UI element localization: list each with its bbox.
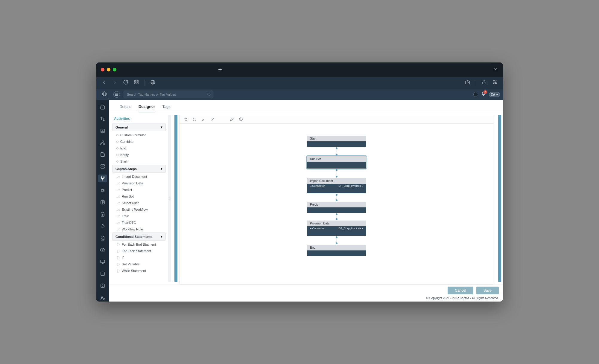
nav-bot[interactable] [98, 186, 107, 194]
notifications-button[interactable]: 2 [481, 91, 486, 97]
svg-line-53 [212, 118, 214, 120]
tab-details[interactable]: Details [119, 104, 131, 112]
activity-train[interactable]: ⎇Train [112, 213, 166, 219]
nav-user-settings[interactable] [98, 294, 107, 302]
svg-point-32 [103, 190, 104, 191]
svg-point-14 [494, 80, 495, 81]
nav-forward[interactable] [112, 79, 118, 86]
svg-point-51 [103, 298, 105, 299]
node-run-bot[interactable]: Run Bot [307, 156, 366, 169]
zoom-fit-icon[interactable] [202, 117, 206, 121]
app-header: 2 CA ▾ [96, 89, 503, 100]
nav-storage[interactable] [98, 163, 107, 170]
section-conditional[interactable]: Conditional Statements ▾ [112, 233, 166, 241]
window-close[interactable] [101, 68, 104, 71]
window-maximize[interactable] [113, 68, 116, 71]
node-end[interactable]: End [307, 245, 366, 256]
nav-cloud[interactable] [98, 246, 107, 254]
eraser-icon[interactable] [230, 117, 234, 121]
svg-rect-46 [101, 272, 104, 276]
activity-run-bot[interactable]: ⎇Run Bot [112, 193, 166, 200]
nav-monitor[interactable] [98, 258, 107, 266]
nav-document[interactable] [98, 151, 107, 159]
nav-stamp[interactable] [98, 222, 107, 230]
activities-title: Activities [112, 115, 166, 123]
svg-point-16 [494, 83, 495, 84]
activities-panel: Activities General ▾ Custom Formular Com… [109, 112, 166, 285]
nav-file[interactable] [98, 210, 107, 218]
panel-collapse-right[interactable] [498, 115, 501, 282]
node-start[interactable]: Start [307, 136, 366, 147]
activity-end[interactable]: End [112, 145, 166, 152]
reload-button[interactable] [123, 79, 128, 86]
nav-transfers[interactable] [98, 115, 107, 123]
activity-workflow-rule[interactable]: ⎇Workflow Rule [112, 226, 166, 233]
apps-grid-icon[interactable] [134, 79, 139, 86]
camera-icon[interactable] [465, 79, 470, 86]
nav-help[interactable] [98, 282, 107, 290]
section-general[interactable]: General ▾ [112, 123, 166, 131]
search-input[interactable] [127, 93, 206, 96]
svg-line-52 [203, 119, 204, 120]
activity-if[interactable]: {}If [112, 254, 166, 261]
nav-library[interactable] [98, 270, 107, 278]
nav-workflow[interactable] [98, 175, 107, 182]
svg-point-31 [102, 190, 102, 191]
nav-dashboard[interactable] [98, 127, 107, 135]
activity-foreach[interactable]: {}For Each Statement [112, 248, 166, 254]
search-field[interactable] [124, 91, 213, 98]
collapse-all-icon[interactable] [184, 117, 188, 121]
nav-hierarchy[interactable] [98, 139, 107, 147]
svg-point-49 [103, 287, 103, 287]
settings-sliders-icon[interactable] [492, 79, 498, 86]
svg-rect-2 [137, 80, 139, 82]
activity-while[interactable]: {}While Statement [112, 267, 166, 274]
activity-provision-data[interactable]: ⎇Provision Data [112, 180, 166, 186]
user-menu[interactable]: CA ▾ [489, 92, 500, 97]
section-captos-steps[interactable]: Captos-Steps ▾ [112, 165, 166, 173]
search-icon[interactable] [206, 92, 210, 97]
activity-existing-workflow[interactable]: ⎇Existing Workflow [112, 206, 166, 213]
svg-rect-24 [103, 144, 105, 145]
info-icon[interactable] [239, 117, 243, 121]
panel-resize-handle-left[interactable]: ⋮⋮ [168, 115, 171, 282]
activity-notify[interactable]: Notify [112, 152, 166, 158]
tab-designer[interactable]: Designer [139, 104, 155, 112]
notification-badge: 2 [484, 90, 487, 94]
activity-predict[interactable]: ⎇Predict [112, 186, 166, 193]
node-import-document[interactable]: Import Document ◂ Connector IDP_Corp_Inv… [307, 178, 366, 193]
menu-toggle-button[interactable] [113, 91, 120, 98]
svg-rect-8 [466, 81, 470, 84]
activity-import-document[interactable]: ⎇Import Document [112, 173, 166, 180]
activity-select-user[interactable]: ⎇Select User [112, 200, 166, 206]
titlebar: + [96, 62, 503, 77]
panel-collapse-left[interactable] [174, 115, 177, 282]
activity-combine[interactable]: Combine [112, 138, 166, 145]
nav-back[interactable] [101, 79, 107, 86]
nav-file-search[interactable] [98, 234, 107, 242]
expand-all-icon[interactable] [193, 117, 197, 121]
globe-icon[interactable] [150, 79, 156, 86]
svg-point-27 [101, 177, 102, 178]
svg-rect-3 [135, 83, 136, 84]
fullscreen-icon[interactable] [211, 117, 215, 121]
theme-toggle[interactable] [473, 92, 478, 97]
activity-start[interactable]: Start [112, 158, 166, 165]
activity-foreach-end[interactable]: {}For Each End Statment [112, 241, 166, 248]
activity-traindtc[interactable]: ⎇TrainDTC [112, 219, 166, 226]
activity-custom-formular[interactable]: Custom Formular [112, 132, 166, 138]
node-predict[interactable]: Predict [307, 202, 366, 213]
designer-canvas[interactable]: Start Run Bot Import Document [179, 124, 494, 285]
save-button[interactable]: Save [476, 287, 499, 294]
window-minimize[interactable] [107, 68, 110, 71]
titlebar-menu-toggle[interactable] [493, 66, 498, 73]
nav-home[interactable] [98, 103, 107, 111]
nav-list[interactable] [98, 198, 107, 206]
new-tab-button[interactable]: + [218, 66, 222, 74]
tab-tags[interactable]: Tags [162, 104, 170, 112]
app-logo-icon[interactable] [102, 91, 107, 98]
share-icon[interactable] [481, 79, 487, 86]
node-provision-data[interactable]: Provision Data ◂ Connector IDP_Corp_Invo… [307, 221, 366, 236]
activity-set-variable[interactable]: {}Set Variable [112, 261, 166, 267]
cancel-button[interactable]: Cancel [448, 287, 473, 294]
